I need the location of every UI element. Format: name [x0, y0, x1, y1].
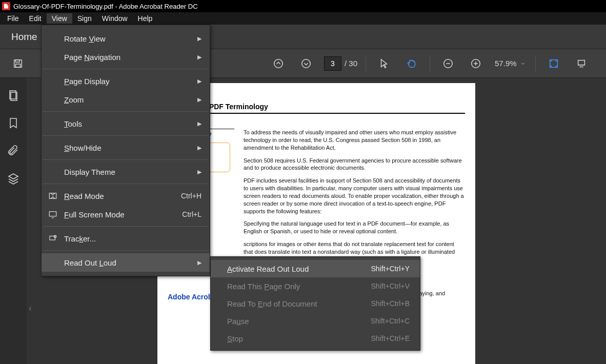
read-mode-icon [48, 191, 58, 201]
chevron-right-icon: ▶ [197, 145, 201, 151]
menubar: File Edit View Sign Window Help [0, 12, 606, 25]
menu-separator [43, 184, 209, 184]
page-sep: / [345, 59, 347, 68]
view-menu-dropdown: Rotate View▶ Page Navigation▶ Page Displ… [41, 25, 210, 276]
zoom-out-button[interactable] [437, 53, 459, 74]
menu-separator [43, 135, 209, 136]
page-indicator: / 30 [324, 56, 357, 71]
chevron-down-icon [520, 60, 526, 67]
svg-rect-2 [15, 64, 20, 67]
svg-rect-13 [50, 236, 55, 240]
page-up-button[interactable] [268, 53, 289, 74]
app-icon [2, 2, 10, 10]
menu-full-screen[interactable]: Full Screen Mode Ctrl+L [42, 205, 210, 224]
menu-show-hide[interactable]: Show/Hide▶ [42, 138, 210, 157]
entry-paragraph: PDF includes several facilities in suppo… [244, 177, 465, 215]
svg-rect-1 [15, 59, 19, 62]
chevron-right-icon: ▶ [197, 120, 201, 127]
menu-page-navigation[interactable]: Page Navigation▶ [42, 48, 210, 66]
svg-rect-11 [49, 193, 56, 199]
page-number-input[interactable] [324, 56, 341, 71]
submenu-pause[interactable]: PauseShift+Ctrl+C [211, 312, 420, 330]
submenu-read-page[interactable]: Read This Page OnlyShift+Ctrl+V [211, 277, 420, 295]
read-out-loud-submenu: Activate Read Out LoudShift+Ctrl+Y Read … [210, 256, 420, 351]
entry-paragraph: To address the needs of visually impaire… [244, 129, 465, 152]
zoom-value: 57.9% [495, 59, 520, 68]
chevron-right-icon: ▶ [197, 259, 201, 266]
full-screen-icon [48, 209, 58, 219]
submenu-stop[interactable]: StopShift+Ctrl+E [211, 330, 420, 347]
menu-page-display[interactable]: Page Display▶ [42, 72, 210, 90]
tracker-icon [48, 233, 58, 244]
submenu-read-to-end[interactable]: Read To End of DocumentShift+Ctrl+B [211, 295, 420, 312]
svg-point-3 [274, 59, 283, 68]
attachment-icon[interactable] [7, 145, 19, 157]
svg-rect-8 [578, 60, 584, 65]
chevron-right-icon: ▶ [197, 78, 201, 85]
menu-window[interactable]: Window [97, 13, 133, 24]
menu-tracker[interactable]: Tracker... [42, 229, 210, 248]
selection-tool-button[interactable] [373, 53, 395, 74]
hand-tool-button[interactable] [401, 53, 422, 74]
entry-paragraph: Section 508 requires U.S. Federal govern… [244, 157, 465, 172]
separator [430, 55, 430, 72]
zoom-in-button[interactable] [465, 53, 487, 74]
menu-display-theme[interactable]: Display Theme▶ [42, 163, 210, 181]
menu-file[interactable]: File [2, 13, 24, 24]
chevron-right-icon: ▶ [197, 96, 201, 103]
entry-paragraph: Specifying the natural language used for… [244, 220, 465, 235]
menu-zoom[interactable]: Zoom▶ [42, 90, 210, 109]
page-total: 30 [349, 59, 357, 68]
doc-letter: A [168, 117, 465, 128]
menu-separator [43, 226, 209, 227]
page-down-button[interactable] [295, 53, 317, 74]
submenu-activate[interactable]: Activate Read Out LoudShift+Ctrl+Y [211, 260, 420, 277]
chevron-right-icon: ▶ [197, 35, 201, 42]
separator [535, 55, 536, 72]
thumbnails-icon[interactable] [7, 89, 19, 102]
menu-read-mode[interactable]: Read Mode Ctrl+H [42, 187, 210, 205]
layers-icon[interactable] [7, 172, 19, 185]
collapse-nav-button[interactable] [27, 302, 34, 315]
chevron-right-icon: ▶ [197, 54, 201, 60]
svg-point-4 [302, 59, 311, 68]
doc-heading: Glossary of PDF Terminology [168, 103, 465, 114]
bookmark-icon[interactable] [7, 117, 19, 129]
page-display-button[interactable] [571, 53, 592, 74]
menu-sign[interactable]: Sign [72, 13, 97, 24]
window-title: Glossary-Of-PDF-Terminology.pdf - Adobe … [13, 3, 198, 10]
separator [366, 55, 366, 72]
menu-separator [43, 111, 209, 112]
titlebar: Glossary-Of-PDF-Terminology.pdf - Adobe … [0, 0, 606, 12]
save-button[interactable] [7, 53, 29, 74]
menu-separator [43, 250, 209, 251]
fit-page-button[interactable] [543, 53, 564, 74]
menu-edit[interactable]: Edit [24, 13, 47, 24]
menu-rotate-view[interactable]: Rotate View▶ [42, 29, 210, 48]
svg-rect-12 [49, 212, 56, 216]
menu-separator [43, 159, 209, 160]
menu-view[interactable]: View [47, 13, 72, 24]
menu-tools[interactable]: Tools▶ [42, 114, 210, 133]
menu-read-out-loud[interactable]: Read Out Loud▶ [42, 253, 210, 272]
entry-paragraph: scriptions for images or other items tha… [244, 240, 465, 256]
left-nav-strip [0, 78, 27, 364]
chevron-right-icon: ▶ [197, 169, 201, 175]
menu-separator [43, 69, 209, 69]
menu-help[interactable]: Help [133, 13, 158, 24]
zoom-dropdown[interactable]: 57.9% [495, 59, 526, 68]
